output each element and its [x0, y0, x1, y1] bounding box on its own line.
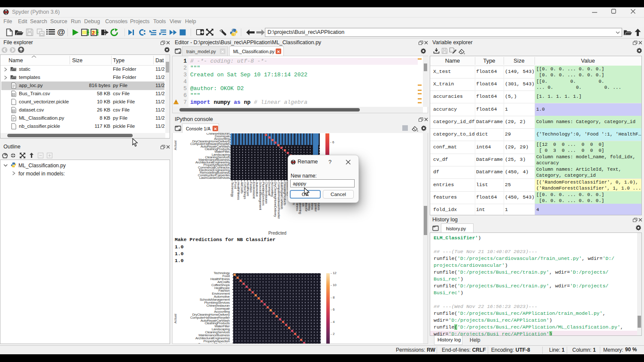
svg-text:2: 2 — [92, 30, 95, 36]
